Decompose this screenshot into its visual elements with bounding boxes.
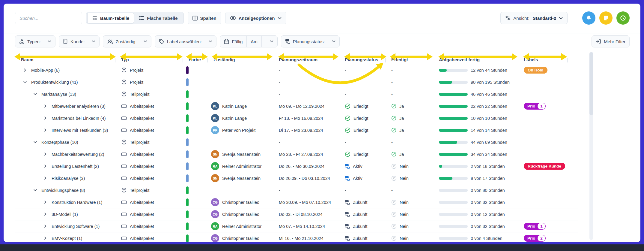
notifications-button[interactable] [582, 11, 595, 25]
cell-farbe [183, 234, 207, 242]
chevron-right-icon[interactable] [43, 128, 48, 133]
filter-kunde[interactable]: Kunde: - [59, 35, 100, 47]
project-cube-icon [121, 139, 127, 145]
chevron-right-icon[interactable] [43, 224, 48, 229]
column-header-blank [567, 62, 578, 64]
table-row[interactable]: Mobile-App (6)Projekt---12 von 44 Stunde… [15, 64, 578, 76]
column-header-erledigt[interactable]: Erledigt [385, 57, 433, 64]
table-row[interactable]: Marktanalyse (13)Teilprojekt---46 von 46… [15, 88, 578, 100]
chevron-down-icon [48, 40, 51, 43]
table-row[interactable]: Risikoanalyse (3)ArbeitspaketSNSvenja Na… [15, 172, 578, 184]
assignee-name: Christopher Galileo [222, 200, 259, 205]
workpackage-icon [121, 236, 127, 240]
cell-planungszeitraum: - [273, 92, 339, 97]
table-row[interactable]: 3D-Modell (1)ArbeitspaketCGChristopher G… [15, 208, 578, 220]
cell-aufgabenzeit: 10 von 10 Stunden [433, 116, 518, 121]
column-header-planungszeitraum[interactable]: Planungszeitraum [273, 57, 339, 64]
table-row[interactable]: Entwicklungsphase (8)Teilprojekt---0 von… [15, 184, 578, 196]
chevron-right-icon[interactable] [43, 116, 48, 121]
table-row[interactable]: Produktentwicklung (41)Projekt---90 von … [15, 76, 578, 88]
chevron-right-icon[interactable] [43, 176, 48, 181]
empty-value: - [279, 80, 280, 85]
column-header-planungsstatus[interactable]: Planungsstatus [339, 57, 385, 64]
item-name: Marktanalyse (13) [41, 92, 76, 97]
mehr-filter-button[interactable]: Mehr Filter [592, 35, 630, 47]
chevron-right-icon[interactable] [43, 104, 48, 109]
column-header-farbe[interactable]: Farbe [183, 57, 207, 64]
cell-aufgabenzeit: 34 von 34 Stunden [433, 152, 518, 157]
cell-zustaendig: RAReiner Administrator [207, 162, 273, 170]
hours-text: 2 von 18 Stunden [471, 164, 505, 169]
cell-planungsstatus: Erledigt [339, 115, 385, 121]
table-row[interactable]: Machbarkeitsbewertung (2)ArbeitspaketSNS… [15, 148, 578, 160]
cell-farbe [183, 198, 207, 206]
table-row[interactable]: Entwicklung Software (1)ArbeitspaketRARe… [15, 220, 578, 232]
ansicht-select[interactable]: Ansicht: Standard-2 [500, 12, 568, 24]
filter-planungsstatus[interactable]: Planungsstatus: - [281, 35, 340, 47]
chevron-down-icon[interactable] [33, 188, 37, 193]
empty-value: - [391, 80, 393, 85]
column-header-baum[interactable]: Baum [15, 57, 115, 64]
cell-planungszeitraum: Di 17. - Mo 23.09.2024 [273, 128, 339, 133]
zukunft-status-icon [345, 200, 350, 205]
chevron-right-icon[interactable] [43, 236, 48, 241]
vertical-scrollbar[interactable] [589, 52, 593, 240]
cell-erledigt: Nein [385, 164, 433, 169]
filter-zustaendig[interactable]: Zuständig: - [103, 35, 151, 47]
chevron-down-icon[interactable] [33, 92, 37, 97]
filter-typen[interactable]: Typen: - [15, 35, 55, 47]
chevron-right-icon[interactable] [43, 200, 48, 205]
chevron-right-icon[interactable] [43, 164, 48, 169]
cell-planungsstatus: Zukunft [339, 224, 385, 229]
filter-label-auswaehlen[interactable]: Label auswählen: - [155, 35, 217, 47]
chevron-right-icon[interactable] [43, 152, 48, 157]
tab-flache-tabelle[interactable]: Flache Tabelle [134, 13, 182, 23]
done-text: Ja [399, 152, 404, 157]
zukunft-status-icon [345, 212, 350, 217]
table-row[interactable]: Erstellung Lastenheft (2)ArbeitspaketRAR… [15, 160, 578, 172]
scrollbar-thumb[interactable] [589, 52, 593, 115]
chevron-down-icon[interactable] [22, 80, 27, 85]
done-yes-icon [391, 152, 396, 157]
cell-farbe [183, 186, 207, 194]
spalten-button[interactable]: Spalten [188, 12, 221, 24]
progress-bar [439, 177, 468, 180]
cell-aufgabenzeit: 46 von 46 Stunden [433, 92, 518, 97]
table-row[interactable]: Interviews mit Testkunden (3)Arbeitspake… [15, 124, 578, 136]
time-button[interactable] [616, 11, 630, 25]
anzeigeoptionen-button[interactable]: Anzeigeoptionen [225, 12, 286, 24]
erledigt-status-icon [345, 127, 350, 133]
tab-baum-tabelle[interactable]: Baum-Tabelle [87, 13, 134, 23]
filter-faellig-group: Fällig Am - [220, 35, 277, 47]
avatar: KL [211, 114, 219, 122]
filter-faellig[interactable]: Fällig [220, 36, 246, 47]
cell-planungszeitraum: - [273, 188, 339, 193]
period-text: Fr 13. - Mo 16.09.2024 [279, 116, 323, 121]
avatar: CG [211, 198, 219, 206]
empty-value: - [345, 92, 346, 97]
column-header-typ[interactable]: Typ [115, 57, 183, 64]
table-row[interactable]: EMV-Kozept (1)ArbeitspaketCGChristopher … [15, 232, 578, 242]
notes-button[interactable] [599, 11, 613, 25]
period-text: Do 26.09. - Do 03.10.2024 [279, 176, 330, 181]
cell-planungszeitraum: Mo 23. - Fr 27.09.2024 [273, 152, 339, 157]
table-row[interactable]: Markttrends bei LinkedIn (4)Arbeitspaket… [15, 112, 578, 124]
cell-planungszeitraum: - [273, 68, 339, 73]
cell-aufgabenzeit: 8 von 17 Stunden [433, 176, 518, 181]
filter-am-value[interactable]: - [261, 36, 277, 47]
column-header-labels[interactable]: Labels [518, 57, 567, 64]
chevron-down-icon [92, 40, 95, 43]
tree-table-icon [92, 16, 97, 21]
column-header-zuständig[interactable]: Zuständig [207, 57, 273, 64]
search-input[interactable] [15, 12, 82, 24]
filter-am[interactable]: Am [246, 36, 261, 47]
table-row[interactable]: Konzeptphase (10)Teilprojekt---44 von 69… [15, 136, 578, 148]
chevron-right-icon[interactable] [43, 212, 48, 217]
chevron-right-icon[interactable] [22, 68, 27, 73]
column-header-aufgabenzeit-fertig[interactable]: Aufgabenzeit fertig [433, 57, 518, 64]
chevron-down-icon[interactable] [33, 140, 37, 145]
sliders-icon [505, 16, 511, 20]
table-row[interactable]: Mitbewerber analysieren (3)ArbeitspaketK… [15, 100, 578, 112]
cell-typ: Teilprojekt [115, 139, 183, 145]
table-row[interactable]: Konstruktion Hardware (1)ArbeitspaketCGC… [15, 196, 578, 208]
